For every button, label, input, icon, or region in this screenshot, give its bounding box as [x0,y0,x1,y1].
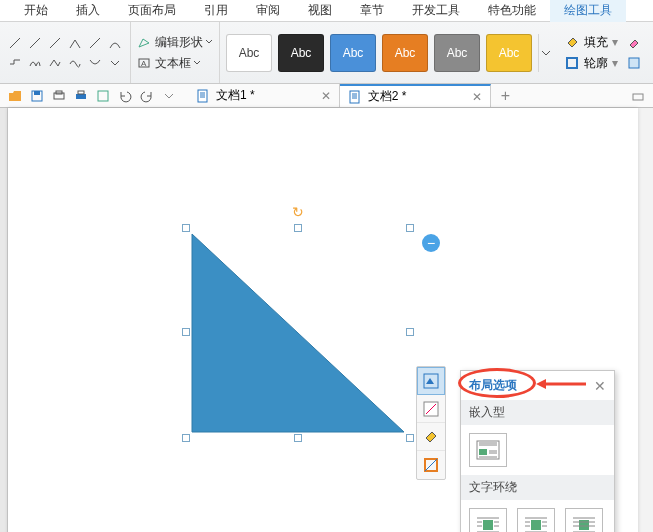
layout-options-popup: 布局选项 ✕ 嵌入型 文字环绕 随文字移动 固定在页面上 [460,370,615,532]
chevron-down-icon [193,59,201,67]
style-swatch-4[interactable]: Abc [382,34,428,72]
shape-picker[interactable] [6,34,124,72]
wrap-square-option[interactable] [469,508,507,532]
style-swatch-5[interactable]: Abc [434,34,480,72]
close-icon[interactable]: ✕ [321,89,331,103]
doc-tab-1[interactable]: 文档1 * ✕ [188,84,340,107]
edit-shape-label: 编辑形状 [155,34,203,51]
shape-style-button[interactable] [417,395,445,423]
document-icon [196,89,210,103]
layout-inline-option[interactable] [469,433,507,467]
fill-button[interactable]: 填充▾ [564,34,642,51]
vertical-ruler [0,108,8,532]
wrap-through-option[interactable] [565,508,603,532]
styles-more-button[interactable] [538,34,552,72]
svg-rect-5 [567,58,577,68]
quick-access-row: 文档1 * ✕ 文档2 * ✕ + [0,84,653,108]
shapes-more-icon[interactable] [106,54,124,72]
menu-references[interactable]: 引用 [190,0,242,22]
menu-insert[interactable]: 插入 [62,0,114,22]
tab-list-icon[interactable] [629,87,647,105]
resize-handle-e[interactable] [406,328,414,336]
menu-start[interactable]: 开始 [10,0,62,22]
menu-devtools[interactable]: 开发工具 [398,0,474,22]
menu-view[interactable]: 视图 [294,0,346,22]
redo-icon[interactable] [138,87,156,105]
svg-line-2 [50,38,60,48]
menu-chapter[interactable]: 章节 [346,0,398,22]
chevron-down-icon [205,38,213,46]
menu-bar: 开始 插入 页面布局 引用 审阅 视图 章节 开发工具 特色功能 绘图工具 [0,0,653,22]
text-box-button[interactable]: A 文本框 [137,53,213,74]
open-icon[interactable] [6,87,24,105]
svg-line-21 [425,459,437,471]
close-icon[interactable]: ✕ [594,378,606,394]
text-box-icon: A [137,56,151,70]
svg-rect-13 [98,91,108,101]
resize-handle-sw[interactable] [182,434,190,442]
paint-bucket-icon [564,34,580,50]
undo-icon[interactable] [116,87,134,105]
resize-handle-n[interactable] [294,224,302,232]
new-tab-button[interactable]: + [495,86,515,106]
resize-handle-nw[interactable] [182,224,190,232]
svg-rect-6 [629,58,639,68]
close-icon[interactable]: ✕ [472,90,482,104]
resize-handle-ne[interactable] [406,224,414,232]
popup-title: 布局选项 [469,377,517,394]
outline-icon [564,55,580,71]
svg-rect-23 [479,449,487,455]
rotate-handle[interactable]: ↻ [292,204,304,220]
shape-styles-gallery: Abc Abc Abc Abc Abc Abc [220,34,558,72]
outline-label: 轮廓 [584,55,608,72]
style-swatch-2[interactable]: Abc [278,34,324,72]
style-swatch-6[interactable]: Abc [486,34,532,72]
collapse-icon[interactable]: − [422,234,440,252]
canvas-area: ↻ − 布局选项 ✕ 嵌入型 文字环绕 [0,108,653,532]
svg-line-1 [30,38,40,48]
template-icon[interactable] [94,87,112,105]
fill-label: 填充 [584,34,608,51]
layout-options-button[interactable] [417,367,445,395]
section-wrap-label: 文字环绕 [461,475,614,500]
menu-drawing-tools[interactable]: 绘图工具 [550,0,626,22]
qat-more-icon[interactable] [160,87,178,105]
format-pane-icon[interactable] [626,55,642,71]
menu-special[interactable]: 特色功能 [474,0,550,22]
svg-rect-15 [350,91,359,103]
outline-button[interactable]: 轮廓▾ [564,55,642,72]
ribbon: 编辑形状 A 文本框 Abc Abc Abc Abc Abc Abc 填充▾ 轮… [0,22,653,84]
triangle-shape[interactable] [186,228,410,438]
selected-shape[interactable]: ↻ − [186,228,410,438]
svg-marker-17 [192,234,404,432]
menu-review[interactable]: 审阅 [242,0,294,22]
document-icon [348,90,362,104]
shape-fill-button[interactable] [417,423,445,451]
doc-tab-2[interactable]: 文档2 * ✕ [340,84,492,107]
style-swatch-1[interactable]: Abc [226,34,272,72]
svg-text:A: A [141,59,147,68]
fill-outline-group: 填充▾ 轮廓▾ [558,32,648,74]
svg-line-0 [10,38,20,48]
edit-shape-button[interactable]: 编辑形状 [137,32,213,53]
print-preview-icon[interactable] [50,87,68,105]
svg-rect-14 [198,90,207,102]
resize-handle-w[interactable] [182,328,190,336]
shape-outline-button[interactable] [417,451,445,479]
resize-handle-se[interactable] [406,434,414,442]
style-swatch-3[interactable]: Abc [330,34,376,72]
svg-rect-12 [78,91,84,94]
print-icon[interactable] [72,87,90,105]
section-inline-label: 嵌入型 [461,400,614,425]
doc-tab-2-label: 文档2 * [368,88,407,105]
text-box-label: 文本框 [155,55,191,72]
svg-rect-24 [483,520,493,530]
save-icon[interactable] [28,87,46,105]
wrap-tight-option[interactable] [517,508,555,532]
edit-tools-group: 编辑形状 A 文本框 [131,22,220,83]
menu-page-layout[interactable]: 页面布局 [114,0,190,22]
svg-rect-11 [76,94,86,99]
shapes-group [0,22,131,83]
eraser-icon[interactable] [626,34,642,50]
resize-handle-s[interactable] [294,434,302,442]
